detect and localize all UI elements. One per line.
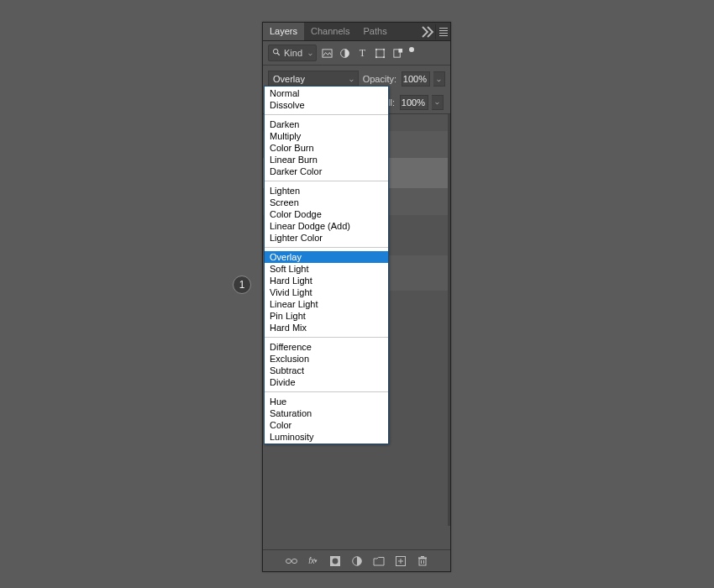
opacity-field[interactable]: 100% <box>402 71 430 87</box>
blend-option-color[interactable]: Color <box>265 419 388 431</box>
opacity-label: Opacity: <box>363 74 396 84</box>
svg-rect-6 <box>383 48 385 50</box>
fill-field[interactable]: 100% <box>400 95 428 110</box>
delete-layer-icon[interactable] <box>416 554 429 568</box>
callout-badge: 1 <box>233 276 251 294</box>
link-layers-icon[interactable] <box>285 554 298 568</box>
blend-option-linear-dodge-add-[interactable]: Linear Dodge (Add) <box>265 220 388 232</box>
filter-kind-label: Kind <box>284 48 302 58</box>
blend-option-darken[interactable]: Darken <box>265 118 388 130</box>
blend-option-color-burn[interactable]: Color Burn <box>265 142 388 154</box>
svg-rect-8 <box>383 56 385 58</box>
layers-bottom-toolbar: fx▾ <box>263 549 450 571</box>
blend-mode-value: Overlay <box>273 74 305 84</box>
divider <box>265 247 388 248</box>
blend-option-saturation[interactable]: Saturation <box>265 407 388 419</box>
opacity-flyout-icon[interactable]: ⌵ <box>433 71 445 87</box>
filter-adjustment-icon[interactable] <box>338 46 352 60</box>
panel-tabs: Layers Channels Paths <box>263 23 450 41</box>
blend-option-hard-light[interactable]: Hard Light <box>265 275 388 286</box>
blend-option-difference[interactable]: Difference <box>265 341 388 353</box>
svg-rect-10 <box>398 48 402 52</box>
filter-shape-icon[interactable] <box>373 46 387 60</box>
blend-option-hue[interactable]: Hue <box>265 396 388 407</box>
collapse-icon[interactable] <box>420 24 435 39</box>
blend-option-subtract[interactable]: Subtract <box>265 365 388 376</box>
new-layer-icon[interactable] <box>394 554 407 568</box>
divider <box>265 114 388 115</box>
blend-option-linear-burn[interactable]: Linear Burn <box>265 154 388 165</box>
blend-option-normal[interactable]: Normal <box>265 87 388 99</box>
blend-option-linear-light[interactable]: Linear Light <box>265 298 388 310</box>
filter-smartobject-icon[interactable] <box>391 46 405 60</box>
svg-rect-4 <box>376 49 384 56</box>
adjustment-layer-icon[interactable] <box>350 554 364 568</box>
blend-option-luminosity[interactable]: Luminosity <box>265 431 388 443</box>
new-group-icon[interactable] <box>372 554 386 568</box>
blend-option-lighter-color[interactable]: Lighter Color <box>265 232 388 244</box>
blend-option-dissolve[interactable]: Dissolve <box>265 99 388 111</box>
blend-option-hard-mix[interactable]: Hard Mix <box>265 322 388 333</box>
svg-rect-19 <box>419 559 426 565</box>
blend-option-darker-color[interactable]: Darker Color <box>265 165 388 177</box>
filter-kind-dropdown[interactable]: Kind ⌵ <box>268 45 317 61</box>
blend-option-vivid-light[interactable]: Vivid Light <box>265 286 388 298</box>
svg-rect-23 <box>421 556 424 558</box>
blend-option-multiply[interactable]: Multiply <box>265 130 388 142</box>
panel-menu-icon[interactable] <box>435 24 450 39</box>
blend-option-soft-light[interactable]: Soft Light <box>265 263 388 275</box>
divider <box>265 337 388 338</box>
divider <box>265 391 388 392</box>
chevron-down-icon: ⌵ <box>349 76 354 83</box>
svg-rect-11 <box>286 559 291 563</box>
blend-option-screen[interactable]: Screen <box>265 197 388 208</box>
filter-pixel-icon[interactable] <box>320 46 334 60</box>
filter-toggle-icon[interactable] <box>409 47 414 52</box>
svg-point-14 <box>332 558 338 564</box>
tab-layers[interactable]: Layers <box>263 23 304 40</box>
blend-option-exclusion[interactable]: Exclusion <box>265 353 388 365</box>
blend-option-lighten[interactable]: Lighten <box>265 185 388 197</box>
svg-point-0 <box>273 49 278 54</box>
blend-option-pin-light[interactable]: Pin Light <box>265 310 388 322</box>
scrollbar[interactable] <box>448 114 450 526</box>
blend-mode-list[interactable]: NormalDissolveDarkenMultiplyColor BurnLi… <box>264 86 389 444</box>
chevron-down-icon: ⌵ <box>308 50 312 57</box>
layer-mask-icon[interactable] <box>328 554 342 568</box>
svg-rect-12 <box>291 559 297 563</box>
blend-option-color-dodge[interactable]: Color Dodge <box>265 208 388 220</box>
svg-rect-7 <box>375 56 377 58</box>
blend-mode-dropdown[interactable]: Overlay ⌵ <box>268 71 359 87</box>
tab-paths[interactable]: Paths <box>357 23 394 40</box>
divider <box>265 181 388 181</box>
fill-flyout-icon[interactable]: ⌵ <box>432 95 444 110</box>
blend-option-divide[interactable]: Divide <box>265 376 388 388</box>
svg-rect-22 <box>418 557 427 559</box>
search-icon <box>272 48 281 58</box>
svg-line-1 <box>277 53 280 55</box>
filter-type-icon[interactable]: T <box>355 46 370 60</box>
filter-row: Kind ⌵ T <box>263 41 450 66</box>
tab-channels[interactable]: Channels <box>304 23 356 40</box>
blend-option-overlay[interactable]: Overlay <box>265 251 388 263</box>
layer-style-icon[interactable]: fx▾ <box>307 554 320 568</box>
svg-rect-5 <box>375 48 377 50</box>
